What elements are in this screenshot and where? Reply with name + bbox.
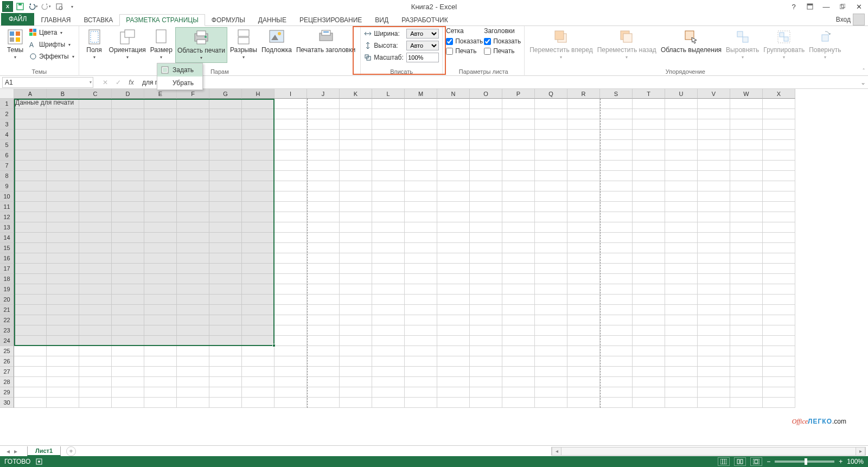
cell[interactable] xyxy=(600,398,633,408)
cell[interactable] xyxy=(730,274,763,284)
cell[interactable] xyxy=(763,181,795,191)
row-header[interactable]: 24 xyxy=(0,336,14,346)
cell[interactable] xyxy=(633,284,665,295)
cell[interactable] xyxy=(502,377,535,387)
cell[interactable] xyxy=(79,253,112,264)
cell[interactable] xyxy=(535,274,567,284)
cell[interactable] xyxy=(340,99,372,109)
cell[interactable] xyxy=(209,284,242,295)
cell[interactable] xyxy=(79,377,112,387)
cell[interactable] xyxy=(470,284,502,295)
cell[interactable] xyxy=(112,315,144,325)
scroll-right-button[interactable]: ▸ xyxy=(856,447,865,455)
cell[interactable] xyxy=(209,243,242,253)
cell[interactable] xyxy=(698,243,730,253)
cell[interactable] xyxy=(502,181,535,191)
cell[interactable] xyxy=(79,325,112,336)
cell[interactable] xyxy=(405,325,437,336)
cell[interactable] xyxy=(535,181,567,191)
cell[interactable] xyxy=(242,109,275,119)
cell[interactable] xyxy=(112,305,144,315)
cell[interactable] xyxy=(340,377,372,387)
cell[interactable] xyxy=(470,305,502,315)
cell[interactable] xyxy=(535,325,567,336)
row-header[interactable]: 30 xyxy=(0,398,14,408)
group-button[interactable]: Группировать▾ xyxy=(762,27,806,62)
cell[interactable] xyxy=(633,367,665,377)
cell[interactable] xyxy=(112,181,144,191)
col-header[interactable]: O xyxy=(470,89,502,99)
cell[interactable] xyxy=(730,356,763,367)
cell[interactable] xyxy=(307,150,340,161)
cell[interactable] xyxy=(633,253,665,264)
cell[interactable] xyxy=(763,222,795,233)
cell[interactable] xyxy=(405,212,437,222)
zoom-out-button[interactable]: − xyxy=(767,458,770,465)
cell[interactable] xyxy=(47,336,79,346)
cell[interactable] xyxy=(730,336,763,346)
bring-forward-button[interactable]: Переместить вперед▾ xyxy=(528,27,594,62)
cell[interactable] xyxy=(14,398,47,408)
cell[interactable] xyxy=(502,109,535,119)
col-header[interactable]: X xyxy=(763,89,795,99)
cell[interactable] xyxy=(372,356,405,367)
cell[interactable] xyxy=(79,264,112,274)
cell[interactable] xyxy=(600,295,633,305)
close-button[interactable]: ✕ xyxy=(851,1,867,12)
cell[interactable] xyxy=(307,212,340,222)
cell[interactable] xyxy=(437,99,470,109)
cell[interactable] xyxy=(177,315,209,325)
cell[interactable] xyxy=(79,284,112,295)
cell[interactable] xyxy=(275,264,307,274)
cell[interactable] xyxy=(405,150,437,161)
cell[interactable] xyxy=(47,161,79,171)
cell[interactable] xyxy=(112,99,144,109)
cell[interactable] xyxy=(600,284,633,295)
cell[interactable] xyxy=(177,274,209,284)
cell[interactable] xyxy=(47,191,79,202)
cell[interactable] xyxy=(242,274,275,284)
cell[interactable] xyxy=(307,202,340,212)
cell[interactable] xyxy=(209,315,242,325)
cell[interactable] xyxy=(209,377,242,387)
cell[interactable] xyxy=(79,336,112,346)
add-sheet-button[interactable]: + xyxy=(66,446,76,456)
cell[interactable] xyxy=(340,356,372,367)
cell[interactable] xyxy=(665,212,698,222)
cell[interactable] xyxy=(535,212,567,222)
cell[interactable] xyxy=(79,233,112,243)
cell[interactable] xyxy=(535,315,567,325)
cell[interactable] xyxy=(405,99,437,109)
cell[interactable] xyxy=(14,119,47,130)
print-area-button[interactable]: Область печати▾ xyxy=(175,27,227,63)
cell[interactable] xyxy=(470,295,502,305)
cell[interactable] xyxy=(698,387,730,398)
cell[interactable] xyxy=(79,222,112,233)
cell[interactable] xyxy=(47,284,79,295)
cell[interactable] xyxy=(340,315,372,325)
row-header[interactable]: 22 xyxy=(0,315,14,325)
cell[interactable] xyxy=(144,305,177,315)
cell[interactable] xyxy=(340,140,372,150)
cell[interactable] xyxy=(177,253,209,264)
cell[interactable] xyxy=(600,336,633,346)
qat-redo-button[interactable]: ▾ xyxy=(40,1,52,12)
cell[interactable] xyxy=(79,109,112,119)
cell[interactable] xyxy=(763,305,795,315)
cell[interactable] xyxy=(209,356,242,367)
cell[interactable] xyxy=(405,191,437,202)
cell[interactable] xyxy=(340,325,372,336)
cell[interactable] xyxy=(502,130,535,140)
cell[interactable] xyxy=(633,243,665,253)
cell[interactable] xyxy=(209,181,242,191)
scale-height-select[interactable]: Авто xyxy=(406,41,439,50)
cell[interactable] xyxy=(763,109,795,119)
accept-formula-button[interactable]: ✓ xyxy=(112,77,125,88)
cell[interactable] xyxy=(307,377,340,387)
cell[interactable] xyxy=(177,109,209,119)
cell[interactable] xyxy=(698,253,730,264)
cell[interactable] xyxy=(437,336,470,346)
cell[interactable] xyxy=(665,346,698,356)
cell[interactable] xyxy=(47,367,79,377)
cell[interactable] xyxy=(79,305,112,315)
